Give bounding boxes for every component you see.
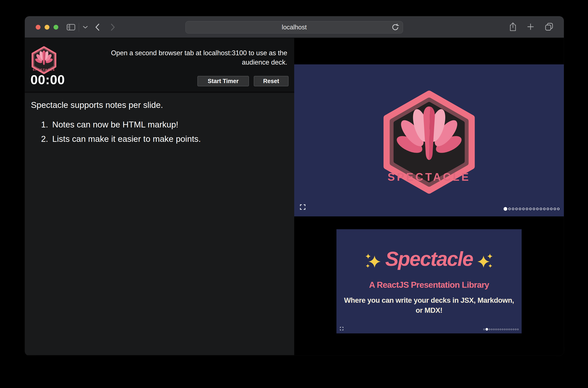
progress-dot[interactable] xyxy=(500,329,501,330)
progress-dot[interactable] xyxy=(547,208,549,210)
timer-display: 00:00 xyxy=(30,72,65,87)
presenter-panel: Open a second browser tab at localhost:3… xyxy=(25,38,294,355)
start-timer-button[interactable]: Start Timer xyxy=(197,76,249,86)
toolbar-separator xyxy=(79,23,79,31)
new-tab-button[interactable] xyxy=(526,23,535,32)
progress-dot[interactable] xyxy=(557,208,560,210)
progress-dot[interactable] xyxy=(493,329,495,330)
progress-dot[interactable] xyxy=(489,329,490,330)
progress-dot[interactable] xyxy=(512,208,514,210)
progress-dot[interactable] xyxy=(508,329,510,330)
next-slide-title: Spectacle xyxy=(385,247,473,273)
note-item: Lists can make it easier to make points. xyxy=(51,134,285,144)
speaker-notes: Spectacle supports notes per slide. Note… xyxy=(25,93,294,355)
spectacle-logo-badge xyxy=(30,46,57,74)
progress-dot[interactable] xyxy=(497,329,499,330)
progress-dot[interactable] xyxy=(515,329,516,330)
notes-list: Notes can now be HTML markup!Lists can m… xyxy=(31,120,285,144)
timer-controls: Start Timer Reset xyxy=(197,76,289,86)
url-text: localhost xyxy=(282,24,307,31)
spectacle-logo-badge xyxy=(380,90,479,195)
progress-dot[interactable] xyxy=(529,208,532,210)
audience-deck-instruction: Open a second browser tab at localhost:3… xyxy=(104,48,287,67)
progress-dot[interactable] xyxy=(483,329,485,330)
slide-progress-dots xyxy=(504,207,560,211)
progress-dot[interactable] xyxy=(513,329,514,330)
notes-intro: Spectacle supports notes per slide. xyxy=(31,100,285,110)
progress-dot[interactable] xyxy=(533,208,535,210)
progress-dot[interactable] xyxy=(486,328,488,331)
progress-dot[interactable] xyxy=(536,208,538,210)
tab-overview-button[interactable] xyxy=(544,22,554,32)
progress-dot[interactable] xyxy=(517,329,519,330)
presenter-header: Open a second browser tab at localhost:3… xyxy=(25,38,294,93)
presenter-mode-page: Open a second browser tab at localhost:3… xyxy=(25,38,564,355)
sparkles-icon xyxy=(476,251,494,270)
slide-preview-panel: Spectacle A ReactJS Presentation Library… xyxy=(294,38,564,355)
current-slide-preview xyxy=(294,64,564,217)
progress-dot[interactable] xyxy=(504,207,507,211)
progress-dot[interactable] xyxy=(543,208,546,210)
progress-dot[interactable] xyxy=(522,208,525,210)
next-slide-body: Where you can write your decks in JSX, M… xyxy=(342,295,516,315)
progress-dot[interactable] xyxy=(504,329,506,330)
progress-dot[interactable] xyxy=(495,329,497,330)
progress-dot[interactable] xyxy=(502,329,503,330)
slide-progress-dots xyxy=(483,328,519,331)
progress-dot[interactable] xyxy=(491,329,492,330)
progress-dot[interactable] xyxy=(526,208,528,210)
sidebar-dropdown-chevron-icon[interactable] xyxy=(83,16,88,38)
next-slide-title-row: Spectacle xyxy=(336,247,522,273)
address-bar[interactable]: localhost xyxy=(185,21,403,33)
traffic-lights xyxy=(36,25,58,30)
back-button[interactable] xyxy=(94,16,100,38)
progress-dot[interactable] xyxy=(508,208,511,210)
note-item: Notes can now be HTML markup! xyxy=(51,120,285,129)
progress-dot[interactable] xyxy=(506,329,508,330)
progress-dot[interactable] xyxy=(519,208,521,210)
progress-dot[interactable] xyxy=(515,208,518,210)
progress-dot[interactable] xyxy=(550,208,553,210)
browser-titlebar: localhost xyxy=(25,16,564,38)
progress-dot[interactable] xyxy=(554,208,556,210)
next-slide-subtitle: A ReactJS Presentation Library xyxy=(336,280,522,290)
forward-button[interactable] xyxy=(110,16,116,38)
share-button[interactable] xyxy=(509,22,517,32)
browser-window: localhost xyxy=(25,16,564,356)
progress-dot[interactable] xyxy=(511,329,512,330)
minimize-window-button[interactable] xyxy=(45,25,50,30)
close-window-button[interactable] xyxy=(36,25,40,30)
sidebar-toggle-button[interactable] xyxy=(67,16,75,38)
fullscreen-icon[interactable] xyxy=(340,327,343,330)
sparkles-icon xyxy=(364,251,382,270)
reload-icon[interactable] xyxy=(391,23,399,32)
reset-timer-button[interactable]: Reset xyxy=(254,76,289,86)
fullscreen-icon[interactable] xyxy=(300,204,306,210)
next-slide-preview: Spectacle A ReactJS Presentation Library… xyxy=(336,229,522,333)
zoom-window-button[interactable] xyxy=(53,25,58,30)
progress-dot[interactable] xyxy=(540,208,542,210)
